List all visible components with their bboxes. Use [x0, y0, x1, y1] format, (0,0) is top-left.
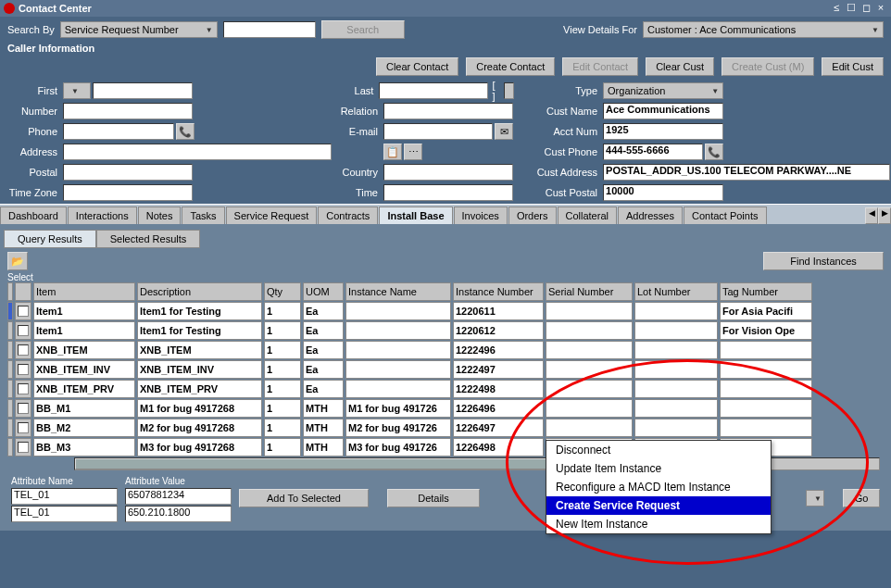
cell-lot[interactable]	[634, 380, 718, 398]
tab-interactions[interactable]: Interactions	[68, 206, 137, 224]
timezone-input[interactable]	[63, 184, 193, 201]
cell-serial[interactable]	[546, 360, 633, 379]
attr-name-0[interactable]: TEL_01	[11, 488, 118, 505]
cell-qty[interactable]: 1	[264, 399, 301, 418]
time-input[interactable]	[383, 184, 513, 201]
cell-desc[interactable]: Item1 for Testing	[137, 302, 262, 320]
row-cursor[interactable]	[7, 438, 13, 457]
cell-iname[interactable]: M1 for bug 491726	[345, 399, 451, 418]
cell-item[interactable]: XNB_ITEM_INV	[33, 360, 135, 379]
add-to-selected-button[interactable]: Add To Selected	[239, 489, 369, 507]
cell-qty[interactable]: 1	[264, 341, 301, 359]
cell-uom[interactable]: MTH	[303, 399, 344, 418]
cell-tag[interactable]: For Asia Pacifi	[720, 302, 812, 320]
folder-icon[interactable]: 📂	[7, 252, 28, 270]
row-checkbox[interactable]	[15, 399, 31, 418]
cell-item[interactable]: Item1	[33, 321, 135, 340]
phone-icon[interactable]: 📞	[176, 123, 195, 140]
cell-uom[interactable]: Ea	[303, 302, 344, 320]
cell-desc[interactable]: XNB_ITEM_PRV	[137, 380, 262, 398]
cell-inum[interactable]: 1220611	[453, 302, 544, 320]
table-row[interactable]: XNB_ITEM_INVXNB_ITEM_INV1Ea1222497	[7, 360, 884, 379]
maximize-button[interactable]: ◻	[860, 2, 872, 15]
create-contact-button[interactable]: Create Contact	[466, 57, 555, 76]
tab-contracts[interactable]: Contracts	[318, 206, 378, 224]
edit-contact-button[interactable]: Edit Contact	[562, 57, 638, 76]
menu-item-new-item-instance[interactable]: New Item Instance	[546, 515, 771, 533]
row-cursor[interactable]	[7, 302, 13, 320]
first-prefix-dropdown[interactable]: ▼	[63, 82, 91, 99]
find-instances-button[interactable]: Find Instances	[763, 252, 884, 270]
tab-service-request[interactable]: Service Request	[226, 206, 318, 224]
cell-item[interactable]: BB_M1	[33, 399, 135, 418]
row-checkbox[interactable]	[15, 380, 31, 398]
row-checkbox[interactable]	[15, 360, 31, 379]
table-row[interactable]: XNB_ITEMXNB_ITEM1Ea1222496	[7, 341, 884, 359]
cell-item[interactable]: BB_M2	[33, 419, 135, 437]
cell-lot[interactable]	[634, 321, 718, 340]
tab-dashboard[interactable]: Dashboard	[0, 206, 67, 224]
col-header-lot-number[interactable]: Lot Number	[634, 282, 718, 301]
cell-desc[interactable]: XNB_ITEM_INV	[137, 360, 262, 379]
cell-tag[interactable]: For Vision Ope	[720, 321, 812, 340]
cell-inum[interactable]: 1222496	[453, 341, 544, 359]
subtab-query-results[interactable]: Query Results	[4, 230, 96, 248]
cell-serial[interactable]	[546, 321, 633, 340]
menu-item-create-service-request[interactable]: Create Service Request	[546, 496, 771, 515]
first-name-input[interactable]	[93, 82, 193, 99]
row-checkbox[interactable]	[15, 321, 31, 340]
cell-serial[interactable]	[546, 302, 633, 320]
create-cust-button[interactable]: Create Cust (M)	[722, 57, 814, 76]
address-more-icon[interactable]: ⋯	[404, 144, 422, 160]
minimize-button[interactable]: ≤	[830, 2, 843, 15]
restore-button[interactable]: ☐	[845, 2, 858, 15]
cell-iname[interactable]: M3 for bug 491726	[345, 438, 451, 457]
cell-iname[interactable]	[345, 321, 451, 340]
cell-tag[interactable]	[720, 399, 812, 418]
search-by-dropdown[interactable]: Service Request Number ▼	[60, 21, 218, 38]
cell-iname[interactable]	[345, 341, 451, 359]
row-checkbox[interactable]	[15, 438, 31, 457]
table-row[interactable]: Item1Item1 for Testing1Ea1220611For Asia…	[7, 302, 884, 320]
attr-name-1[interactable]: TEL_01	[11, 506, 118, 522]
tab-contact-points[interactable]: Contact Points	[684, 206, 767, 224]
cust-phone-icon[interactable]: 📞	[705, 144, 723, 160]
menu-item-update-item-instance[interactable]: Update Item Instance	[546, 459, 771, 478]
cell-iname[interactable]	[345, 360, 451, 379]
cell-uom[interactable]: MTH	[303, 438, 344, 457]
type-dropdown[interactable]: Organization▼	[603, 82, 723, 99]
cell-inum[interactable]: 1226498	[453, 438, 544, 457]
col-header-qty[interactable]: Qty	[264, 282, 301, 301]
cell-item[interactable]: XNB_ITEM_PRV	[33, 380, 135, 398]
tab-orders[interactable]: Orders	[508, 206, 557, 224]
menu-item-reconfigure-a-macd-item-instance[interactable]: Reconfigure a MACD Item Instance	[546, 478, 771, 496]
cell-inum[interactable]: 1222497	[453, 360, 544, 379]
row-cursor[interactable]	[7, 419, 13, 437]
cell-tag[interactable]	[720, 419, 812, 437]
table-row[interactable]: BB_M2M2 for bug 49172681MTHM2 for bug 49…	[7, 419, 884, 437]
cell-inum[interactable]: 1220612	[453, 321, 544, 340]
tab-tasks[interactable]: Tasks	[182, 206, 224, 224]
number-input[interactable]	[63, 103, 193, 119]
cell-lot[interactable]	[634, 399, 718, 418]
cell-serial[interactable]	[546, 419, 633, 437]
cell-serial[interactable]	[546, 399, 633, 418]
cell-inum[interactable]: 1226496	[453, 399, 544, 418]
cell-qty[interactable]: 1	[264, 438, 301, 457]
tab-notes[interactable]: Notes	[138, 206, 182, 224]
row-checkbox[interactable]	[15, 419, 31, 437]
col-header-item[interactable]: Item	[33, 282, 135, 301]
tab-install-base[interactable]: Install Base	[379, 206, 452, 224]
col-header-tag-number[interactable]: Tag Number	[720, 282, 812, 301]
clear-contact-button[interactable]: Clear Contact	[376, 57, 458, 76]
cell-qty[interactable]: 1	[264, 360, 301, 379]
cell-item[interactable]: XNB_ITEM	[33, 341, 135, 359]
last-name-input[interactable]	[379, 82, 488, 99]
search-button[interactable]: Search	[321, 20, 405, 39]
cell-desc[interactable]: XNB_ITEM	[137, 341, 262, 359]
view-details-dropdown[interactable]: Customer : Ace Communications ▼	[643, 21, 884, 38]
cell-serial[interactable]	[546, 341, 633, 359]
cell-inum[interactable]: 1222498	[453, 380, 544, 398]
tab-scroll-left[interactable]: ◀	[865, 207, 878, 224]
cell-iname[interactable]: M2 for bug 491726	[345, 419, 451, 437]
